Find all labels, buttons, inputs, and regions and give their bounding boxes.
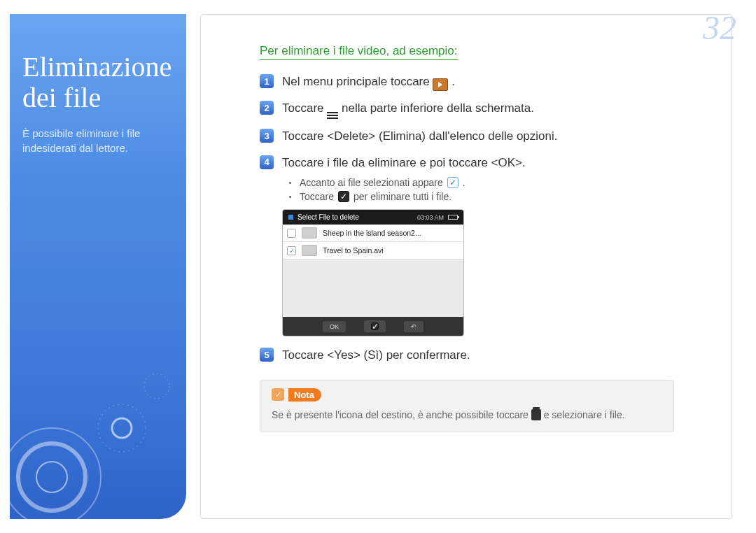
sub-b-post: per eliminare tutti i file. [354,191,451,202]
step-5: 5 Toccare <Yes> (Sì) per confermare. [260,346,674,364]
decorative-circles [10,337,186,519]
step-badge-5: 5 [260,348,274,362]
checkbox-icon[interactable] [287,246,296,255]
sidebar: Eliminazione dei file È possibile elimin… [10,14,186,519]
step-badge-4: 4 [260,155,274,169]
section-heading: Per eliminare i file video, ad esempio: [260,44,458,60]
step-4-sub: Accanto ai file selezionati appare . Toc… [289,177,674,202]
menu-icon [327,112,338,119]
bullet-icon [289,196,291,198]
note-badge: Nota [272,388,321,401]
step-3: 3 Toccare <Delete> (Elimina) dall'elenco… [260,127,674,145]
step-4-text: Toccare i file da eliminare e poi toccar… [282,154,526,172]
device-time: 03:03 AM [417,214,444,221]
step-2: 2 Toccare nella parte inferiore della sc… [260,99,674,119]
step-2-text-pre: Toccare [282,101,327,115]
select-all-icon [371,322,379,330]
checked-icon [447,177,458,188]
step-5-text: Toccare <Yes> (Sì) per confermare. [282,346,470,364]
title-line-2: dei file [22,82,101,113]
note-cube-icon [272,388,284,401]
sub-a-post: . [463,177,465,188]
file-label: Travel to Spain.avi [323,246,384,255]
device-blank-area [283,260,463,317]
page-subtitle: È possibile eliminare i file indesiderat… [22,126,174,155]
thumbnail-icon [302,227,317,239]
back-button[interactable]: ↶ [404,321,424,332]
main-content: Per eliminare i file video, ad esempio: … [200,14,732,519]
ok-button[interactable]: OK [323,321,346,332]
select-all-icon [338,191,349,202]
step-badge-1: 1 [260,74,274,88]
battery-icon [448,215,458,220]
svg-point-4 [112,418,132,438]
select-all-button[interactable] [364,320,386,332]
title-line-1: Eliminazione [22,51,172,83]
page-title: Eliminazione dei file [22,52,174,113]
step-1-text-post: . [451,75,455,88]
step-badge-3: 3 [260,129,274,143]
device-title: Select File to delete [298,213,359,221]
step-badge-2: 2 [260,101,274,115]
bullet-icon [289,182,291,184]
note-text-post: e selezionare i file. [544,409,625,420]
device-footer: OK ↶ [283,317,463,336]
step-2-text-post: nella parte inferiore della schermata. [342,101,534,115]
device-file-list: Sheep in the island season2... Travel to… [283,225,463,260]
device-header: Select File to delete 03:03 AM [283,210,463,225]
video-icon [433,78,448,91]
step-1: 1 Nel menu principale toccare . [260,73,674,91]
svg-point-1 [18,443,85,511]
file-label: Sheep in the island season2... [323,229,421,237]
header-square-icon [288,215,293,220]
trash-icon [531,409,541,420]
note-label: Nota [288,388,321,401]
thumbnail-icon [302,245,317,256]
device-screenshot: Select File to delete 03:03 AM Sheep in … [282,209,464,336]
sub-b-pre: Toccare [300,191,334,202]
note-text-pre: Se è presente l'icona del cestino, è anc… [272,409,531,420]
note-box: Nota Se è presente l'icona del cestino, … [260,380,674,433]
list-item[interactable]: Sheep in the island season2... [283,225,463,242]
checkbox-icon[interactable] [287,229,296,238]
step-1-text-pre: Nel menu principale toccare [282,75,433,88]
step-4: 4 Toccare i file da eliminare e poi tocc… [260,154,674,172]
list-item[interactable]: Travel to Spain.avi [283,242,463,260]
svg-point-5 [144,374,169,399]
svg-point-2 [36,462,67,492]
svg-point-3 [98,404,146,452]
sub-a-pre: Accanto ai file selezionati appare [300,177,443,188]
step-3-text: Toccare <Delete> (Elimina) dall'elenco d… [282,127,558,145]
